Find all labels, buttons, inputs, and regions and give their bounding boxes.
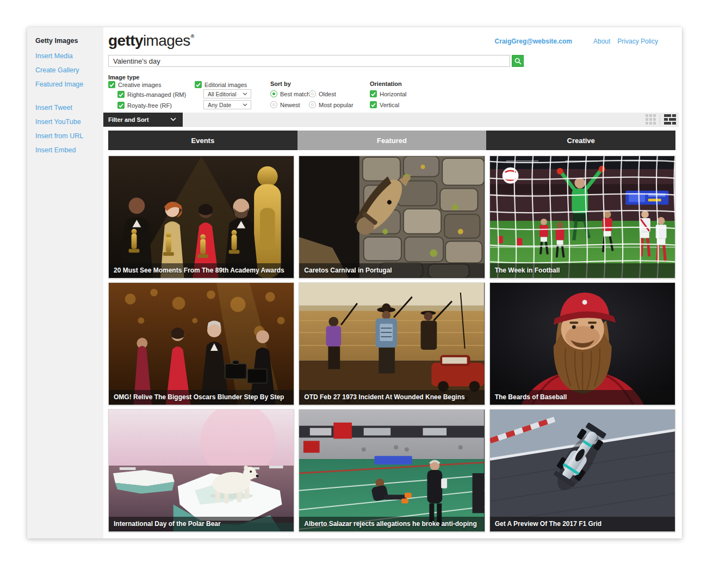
sidebar-item-insert-embed[interactable]: Insert Embed	[35, 146, 103, 154]
search-button[interactable]	[512, 55, 524, 67]
photo-football	[490, 156, 675, 278]
top-links: CraigGreg@website.com About Privacy Poli…	[495, 38, 658, 45]
about-link[interactable]: About	[593, 38, 610, 45]
result-tile-f1-grid[interactable]: Get A Preview Of The 2017 F1 Grid	[489, 409, 675, 532]
result-tile-week-in-football[interactable]: The Week in Football	[489, 156, 675, 278]
tab-events[interactable]: Events	[108, 131, 297, 150]
photo-oscars-blunder	[109, 283, 294, 405]
sidebar-item-featured-image[interactable]: Featured Image	[35, 81, 103, 88]
editorial-images-option: Editorial images	[195, 81, 247, 88]
top-bar: gettyimages® CraigGreg@website.com About…	[108, 32, 675, 52]
registered-mark: ®	[191, 34, 194, 39]
sort-by-label: Sort by	[270, 81, 291, 87]
most-popular-radio[interactable]	[309, 101, 316, 108]
privacy-policy-link[interactable]: Privacy Policy	[617, 38, 658, 45]
creative-images-checkbox[interactable]	[108, 81, 115, 88]
photo-indoor-track	[299, 410, 484, 531]
image-type-label: Image type	[108, 74, 139, 81]
result-tile-caretos-carnival[interactable]: Caretos Carnival in Portugal	[299, 156, 485, 278]
date-range-select[interactable]: Any Date	[203, 100, 251, 109]
chevron-down-icon	[170, 117, 176, 121]
sort-option-most-popular: Most popular	[309, 101, 354, 108]
royalty-free-checkbox[interactable]	[117, 102, 125, 109]
sidebar: Getty Images Insert Media Create Gallery…	[27, 27, 103, 539]
royalty-free-label: Royaty-free (RF)	[127, 102, 172, 109]
rights-managed-label: Rights-managed (RM)	[127, 91, 186, 98]
view-toggle-divider	[660, 115, 660, 125]
result-tile-wounded-knee[interactable]: OTD Feb 27 1973 Incident At Wounded Knee…	[299, 282, 485, 405]
editorial-scope-select[interactable]: All Editorial	[203, 89, 251, 98]
category-tabs: Events Featured Creative	[108, 131, 675, 150]
result-caption: Alberto Salazar rejects allegations he b…	[299, 517, 484, 531]
creative-images-label: Creative images	[118, 82, 161, 88]
result-caption: OMG! Relive The Biggest Oscars Blunder S…	[109, 390, 294, 405]
oldest-label: Oldest	[319, 91, 336, 97]
filter-sort-toolbar: Filter and Sort	[103, 113, 679, 127]
newest-label: Newest	[280, 102, 300, 108]
best-match-radio[interactable]	[270, 90, 277, 97]
sidebar-item-insert-tweet[interactable]: Insert Tweet	[35, 104, 103, 112]
result-caption: International Day of the Polar Bear	[109, 517, 294, 531]
editorial-scope-value: All Editorial	[208, 91, 237, 97]
result-caption: Caretos Carnival in Portugal	[299, 263, 484, 278]
result-tile-academy-awards[interactable]: 20 Must See Moments From The 89th Academ…	[108, 156, 294, 278]
result-caption: OTD Feb 27 1973 Incident At Wounded Knee…	[299, 390, 484, 405]
creative-images-option: Creative images	[108, 81, 161, 88]
chevron-down-icon	[243, 92, 247, 96]
sort-option-best-match: Best match	[270, 90, 310, 97]
sidebar-item-insert-media[interactable]: Insert Media	[35, 52, 103, 60]
sidebar-item-create-gallery[interactable]: Create Gallery	[35, 66, 103, 74]
photo-academy-awards	[109, 156, 294, 278]
editorial-images-checkbox[interactable]	[195, 81, 202, 88]
date-range-value: Any Date	[208, 102, 231, 108]
photo-polar-bear	[109, 410, 294, 531]
getty-images-plugin-window: Getty Images Insert Media Create Gallery…	[27, 27, 682, 539]
result-caption: The Beards of Baseball	[490, 390, 675, 405]
best-match-label: Best match	[280, 91, 310, 97]
logo-images-text: images	[143, 32, 190, 49]
orientation-vertical-option: Vertical	[370, 101, 399, 108]
sidebar-spacer	[35, 95, 103, 104]
orientation-label: Orientation	[370, 81, 402, 87]
logo-getty-text: getty	[108, 32, 143, 49]
horizontal-checkbox[interactable]	[370, 90, 377, 97]
chevron-down-icon	[243, 103, 247, 107]
sidebar-item-insert-youtube[interactable]: Insert YouTube	[35, 118, 103, 126]
sidebar-title: Getty Images	[35, 37, 103, 45]
newest-radio[interactable]	[270, 101, 277, 108]
tab-creative[interactable]: Creative	[486, 131, 675, 150]
search-input[interactable]	[108, 55, 510, 67]
most-popular-label: Most popular	[319, 102, 354, 108]
sidebar-item-insert-from-url[interactable]: Insert from URL	[35, 132, 103, 140]
result-caption: Get A Preview Of The 2017 F1 Grid	[490, 517, 675, 531]
result-tile-polar-bear[interactable]: International Day of the Polar Bear	[108, 409, 294, 532]
photo-beards-baseball	[490, 283, 675, 405]
search-icon	[514, 58, 522, 65]
filter-and-sort-label: Filter and Sort	[108, 116, 149, 123]
photo-wounded-knee	[299, 283, 484, 405]
sort-option-oldest: Oldest	[309, 90, 336, 97]
mosaic-view-icon[interactable]	[664, 114, 676, 125]
horizontal-label: Horizontal	[380, 91, 407, 97]
vertical-checkbox[interactable]	[370, 101, 377, 108]
rights-managed-checkbox[interactable]	[117, 91, 125, 98]
sort-option-newest: Newest	[270, 101, 300, 108]
editorial-images-label: Editorial images	[204, 82, 247, 88]
main-panel: gettyimages® CraigGreg@website.com About…	[103, 27, 682, 539]
result-caption: 20 Must See Moments From The 89th Academ…	[109, 263, 294, 278]
royalty-free-option: Royaty-free (RF)	[117, 102, 172, 109]
rights-managed-option: Rights-managed (RM)	[117, 91, 186, 98]
oldest-radio[interactable]	[309, 90, 316, 97]
results-grid: 20 Must See Moments From The 89th Academ…	[108, 156, 675, 532]
account-email-link[interactable]: CraigGreg@website.com	[495, 38, 572, 45]
result-tile-salazar-track[interactable]: Alberto Salazar rejects allegations he b…	[299, 409, 485, 532]
grid-view-icon[interactable]	[646, 114, 656, 125]
photo-caretos-carnival	[299, 156, 484, 278]
result-tile-oscars-blunder[interactable]: OMG! Relive The Biggest Oscars Blunder S…	[108, 282, 294, 405]
photo-f1-car	[490, 410, 675, 531]
filter-and-sort-button[interactable]: Filter and Sort	[103, 113, 183, 127]
orientation-horizontal-option: Horizontal	[370, 90, 407, 97]
result-tile-beards-of-baseball[interactable]: The Beards of Baseball	[489, 282, 675, 405]
tab-featured[interactable]: Featured	[297, 131, 487, 150]
vertical-label: Vertical	[380, 102, 399, 108]
